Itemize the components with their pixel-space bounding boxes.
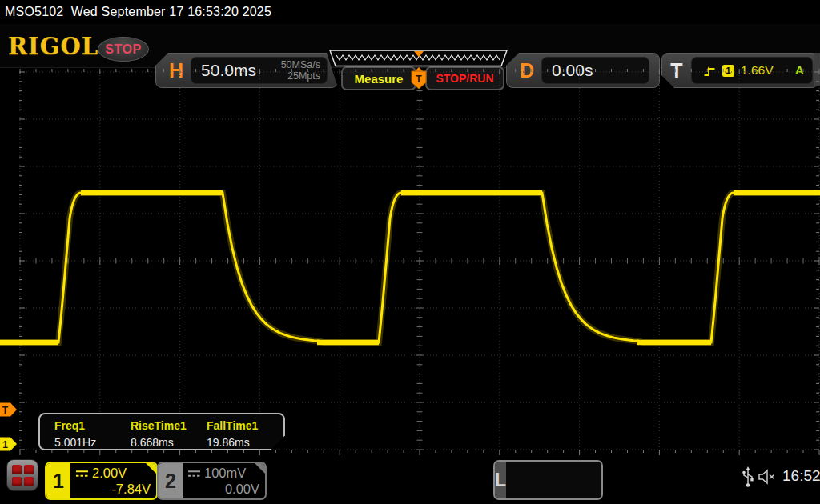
- acquisition-status-label: STOP: [105, 42, 141, 57]
- logic-channels-block[interactable]: L 0 1 2 3 4 5 6 7 8 9 1011 12131415: [493, 460, 603, 500]
- muted-speaker-icon: [758, 469, 778, 485]
- measurement-item: RiseTime1 8.668ms: [131, 419, 207, 449]
- trigger-position-marker[interactable]: T: [412, 67, 426, 89]
- logic-row-top: 0 1 2 3 4 5 6 7: [513, 496, 603, 501]
- svg-text:T: T: [2, 405, 9, 416]
- bottom-bar: 1 2.00V -7.84V 2: [0, 456, 820, 504]
- channel-2-status-block[interactable]: 2 100mV 0.00V: [157, 462, 267, 500]
- red-square: [12, 465, 22, 474]
- logic-channel-numbers: 0 1 2 3 4 5 6 7 8 9 1011 12131415: [506, 462, 603, 498]
- measurement-value: 19.86ms: [207, 436, 283, 449]
- oscilloscope-screen: MSO5102 Wed September 17 16:53:20 2025 R…: [0, 0, 820, 504]
- channel-2-values: 100mV 0.00V: [183, 463, 265, 498]
- measurement-item: FallTime1 19.86ms: [207, 419, 283, 449]
- channel-2-number: 2: [159, 463, 183, 498]
- ch1-waveform-trace: [0, 193, 820, 342]
- measurement-value: 8.668ms: [131, 436, 207, 449]
- channel-2-scale: 100mV: [204, 466, 246, 481]
- windows-menu-icon[interactable]: [6, 459, 38, 491]
- acquisition-status-badge[interactable]: STOP: [98, 37, 149, 62]
- clock: 16:52: [782, 467, 820, 485]
- rigol-logo: RIGOL: [8, 33, 98, 60]
- channel-1-values: 2.00V -7.84V: [70, 463, 156, 498]
- waveform-overview-strip[interactable]: [324, 50, 512, 67]
- svg-text:T: T: [416, 74, 422, 85]
- measurement-label: FallTime1: [207, 419, 283, 432]
- red-square: [24, 477, 34, 486]
- ch1-ground-flag[interactable]: 1: [0, 438, 17, 451]
- usb-icon: [742, 466, 754, 488]
- model-and-datetime: MSO5102 Wed September 17 16:53:20 2025: [5, 5, 271, 19]
- svg-text:1: 1: [2, 439, 8, 450]
- dc-coupling-icon: [75, 470, 89, 478]
- waveform-display-area[interactable]: TT1: [0, 67, 820, 456]
- trigger-level-flag[interactable]: T: [0, 403, 17, 417]
- measurement-label: RiseTime1: [131, 419, 207, 432]
- channel-1-offset: -7.84V: [75, 482, 151, 497]
- channel-2-offset: 0.00V: [187, 482, 259, 497]
- logic-label: L: [495, 462, 506, 498]
- folded-corner: [255, 463, 265, 474]
- channel-1-scale: 2.00V: [92, 466, 127, 481]
- measurement-value: 5.001Hz: [54, 436, 131, 449]
- red-square: [24, 465, 34, 474]
- measurement-label: Freq1: [54, 419, 131, 432]
- measurement-item: Freq1 5.001Hz: [54, 419, 131, 449]
- ch1-waveform-glow: [0, 193, 820, 342]
- channel-1-number: 1: [46, 463, 70, 498]
- folded-corner: [146, 463, 156, 474]
- measurement-results-panel[interactable]: Freq1 5.001Hz RiseTime1 8.668ms FallTime…: [38, 413, 285, 450]
- ch1-waveform-flat-segments: [0, 193, 820, 342]
- red-square: [12, 477, 22, 486]
- status-bar: MSO5102 Wed September 17 16:53:20 2025: [0, 0, 820, 24]
- header-bar: RIGOL STOP H 50.0ms 50MSa/s 25Mpts Measu…: [0, 24, 820, 68]
- channel-1-status-block[interactable]: 1 2.00V -7.84V: [45, 462, 158, 500]
- dc-coupling-icon: [187, 470, 201, 478]
